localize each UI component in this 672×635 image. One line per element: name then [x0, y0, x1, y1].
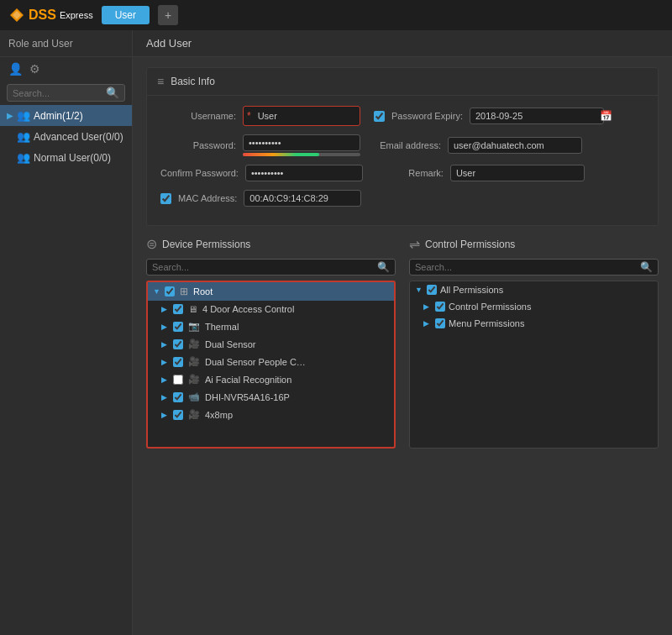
basic-info-icon: ≡: [157, 75, 164, 88]
permissions-area: ⊜ Device Permissions 🔍 ▼ ⊞ Root: [133, 236, 672, 462]
ai-facial-chevron-icon: ▶: [161, 375, 170, 384]
sidebar-item-normal-user[interactable]: 👥 Normal User(0/0): [0, 147, 132, 168]
tree-item-ai-facial[interactable]: ▶ 🎥 Ai Facial Recognition: [148, 370, 394, 388]
tree-item-all-permissions[interactable]: ▼ All Permissions: [410, 281, 658, 298]
confirm-password-label: Confirm Password:: [160, 168, 239, 178]
calendar-icon[interactable]: 📅: [596, 110, 616, 122]
tab-plus[interactable]: +: [158, 5, 178, 25]
password-expiry-group: Password Expiry: 📅: [374, 108, 604, 124]
app-logo: DSS Express: [8, 7, 93, 24]
email-input[interactable]: [448, 137, 582, 154]
basic-info-title: Basic Info: [171, 76, 215, 87]
remark-label: Remark:: [376, 168, 444, 178]
password-expiry-input[interactable]: [470, 108, 596, 123]
dual-sensor-people-label: Dual Sensor People Countin...: [205, 357, 306, 367]
form-row-1: Username: * Password Expiry: 📅: [160, 106, 644, 126]
control-permissions-col: ⇌ Control Permissions 🔍 ▼ All Permission…: [409, 236, 659, 449]
content-header: Add User: [133, 30, 672, 57]
sidebar-item-admin-label: Admin(1/2): [34, 110, 83, 122]
device-permissions-col: ⊜ Device Permissions 🔍 ▼ ⊞ Root: [146, 236, 396, 449]
form-row-3: Confirm Password: Remark:: [160, 165, 644, 181]
mac-address-input[interactable]: [244, 190, 361, 207]
ai-facial-label: Ai Facial Recognition: [205, 375, 291, 385]
tree-item-dual-sensor-people[interactable]: ▶ 🎥 Dual Sensor People Countin...: [148, 353, 394, 370]
dual-sensor-checkbox[interactable]: [173, 339, 183, 349]
device-permissions-tree: ▼ ⊞ Root ▶ 🖥 4 Door Access Control: [146, 281, 396, 449]
tree-item-4x8mp[interactable]: ▶ 🎥 4x8mp: [148, 406, 394, 423]
sidebar-item-advanced-user[interactable]: 👥 Advanced User(0/0): [0, 126, 132, 147]
control-permissions-search-icon: 🔍: [640, 261, 653, 273]
username-label: Username:: [160, 111, 236, 121]
user-icon[interactable]: 👤: [8, 62, 23, 76]
email-group: Email address:: [374, 137, 582, 154]
nvr-checkbox[interactable]: [173, 392, 183, 402]
menu-permissions-label: Menu Permissions: [449, 318, 524, 328]
menu-permissions-checkbox[interactable]: [435, 318, 445, 328]
password-group: Password:: [160, 134, 360, 156]
form-row-4: MAC Address:: [160, 190, 644, 207]
logo-dss-text: DSS: [29, 8, 56, 23]
device-permissions-label: Device Permissions: [162, 239, 250, 250]
logo-icon: [8, 7, 25, 24]
nvr-chevron-icon: ▶: [161, 393, 170, 401]
thermal-checkbox[interactable]: [173, 322, 183, 332]
thermal-chevron-icon: ▶: [161, 323, 170, 331]
tree-item-root[interactable]: ▼ ⊞ Root: [148, 282, 394, 301]
control-permissions-checkbox[interactable]: [435, 302, 445, 312]
tree-item-door[interactable]: ▶ 🖥 4 Door Access Control: [148, 301, 394, 318]
sidebar-search-icon: 🔍: [106, 87, 119, 99]
all-permissions-checkbox[interactable]: [427, 285, 437, 295]
mac-address-label: MAC Address:: [178, 193, 237, 203]
door-chevron-icon: ▶: [161, 305, 170, 313]
dual-sensor-people-device-icon: 🎥: [188, 356, 200, 367]
4x8mp-label: 4x8mp: [205, 410, 233, 420]
control-permissions-tree: ▼ All Permissions ▶ Control Permissions …: [409, 281, 659, 449]
root-label: Root: [193, 286, 213, 297]
remark-input[interactable]: [450, 165, 585, 181]
4x8mp-chevron-icon: ▶: [161, 411, 170, 419]
tree-item-control-permissions[interactable]: ▶ Control Permissions: [410, 298, 658, 315]
device-permissions-title: ⊜ Device Permissions: [146, 236, 396, 252]
4x8mp-checkbox[interactable]: [173, 410, 183, 420]
control-perm-icon: ⇌: [409, 236, 420, 252]
all-perms-chevron-icon: ▼: [415, 286, 423, 294]
device-permissions-search-box: 🔍: [146, 259, 396, 276]
confirm-password-input[interactable]: [245, 165, 363, 181]
root-chevron-icon: ▼: [153, 287, 161, 296]
tree-item-thermal[interactable]: ▶ 📷 Thermal: [148, 318, 394, 335]
menu-perm-chevron-icon: ▶: [423, 319, 432, 328]
sidebar-search-input[interactable]: [13, 88, 106, 98]
password-strength-bar: [243, 153, 319, 156]
door-checkbox[interactable]: [173, 304, 183, 314]
username-group: Username: *: [160, 106, 360, 126]
ai-facial-device-icon: 🎥: [188, 374, 200, 385]
tab-user[interactable]: User: [102, 6, 150, 24]
root-grid-icon: ⊞: [180, 286, 188, 297]
password-input[interactable]: [243, 134, 360, 151]
sidebar-search-box: 🔍: [7, 84, 125, 102]
remark-group: Remark:: [376, 165, 585, 181]
sidebar-item-admin[interactable]: ▶ 👥 Admin(1/2): [0, 105, 132, 126]
all-permissions-label: All Permissions: [440, 285, 503, 295]
tree-item-menu-permissions[interactable]: ▶ Menu Permissions: [410, 315, 658, 332]
device-permissions-search-input[interactable]: [152, 262, 377, 272]
tree-item-nvr[interactable]: ▶ 📹 DHI-NVR54A16-16P: [148, 388, 394, 406]
normal-user-icon: 👥: [17, 151, 30, 164]
password-expiry-checkbox[interactable]: [374, 111, 385, 122]
confirm-password-group: Confirm Password:: [160, 165, 363, 181]
nvr-label: DHI-NVR54A16-16P: [205, 392, 290, 402]
tree-item-dual-sensor[interactable]: ▶ 🎥 Dual Sensor: [148, 335, 394, 353]
username-input[interactable]: [253, 108, 354, 123]
control-permissions-search-input[interactable]: [415, 262, 640, 272]
device-permissions-search-icon: 🔍: [377, 261, 390, 273]
form-row-2: Password: Email address:: [160, 134, 644, 156]
password-expiry-label: Password Expiry:: [391, 111, 463, 121]
mac-address-checkbox[interactable]: [160, 193, 171, 204]
email-label: Email address:: [374, 140, 441, 150]
settings-icon[interactable]: ⚙: [29, 62, 40, 76]
mac-address-group: MAC Address:: [160, 190, 361, 207]
ai-facial-checkbox[interactable]: [173, 375, 183, 385]
sidebar-item-normal-label: Normal User(0/0): [34, 152, 111, 164]
root-checkbox[interactable]: [165, 286, 175, 297]
dual-sensor-people-checkbox[interactable]: [173, 357, 183, 367]
